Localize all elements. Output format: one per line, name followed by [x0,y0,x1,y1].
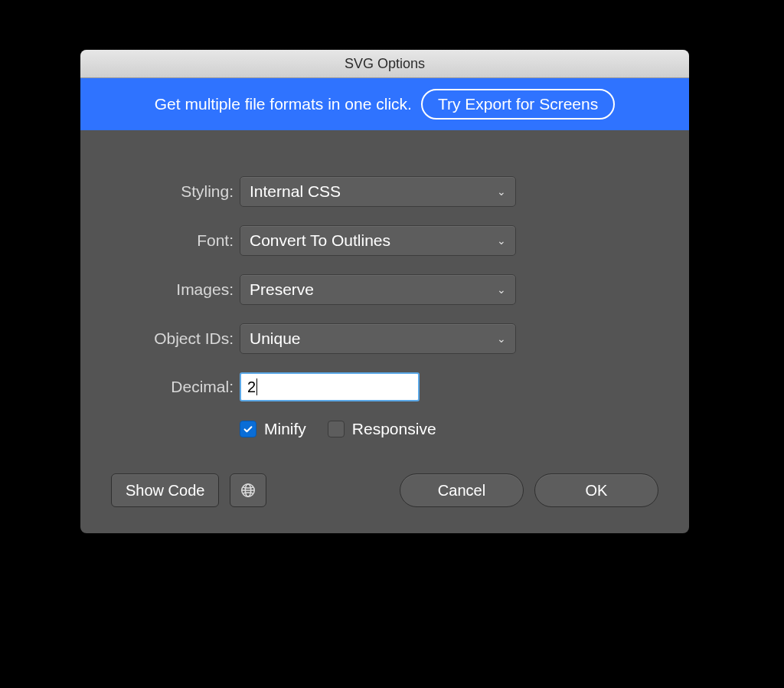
font-select[interactable]: Convert To Outlines ⌄ [240,225,516,256]
text-caret [256,378,257,395]
styling-select[interactable]: Internal CSS ⌄ [240,176,516,207]
font-select-value: Convert To Outlines [250,231,390,250]
try-export-for-screens-button[interactable]: Try Export for Screens [421,89,615,120]
promo-banner-text: Get multiple file formats in one click. [155,95,412,113]
minify-label: Minify [264,420,306,438]
show-code-button[interactable]: Show Code [111,473,219,507]
styling-label: Styling: [111,182,240,201]
web-preview-button[interactable] [230,473,266,507]
images-select-value: Preserve [250,280,314,299]
dialog-footer: Show Code Cancel OK [111,473,658,507]
images-label: Images: [111,280,240,299]
svg-options-window: SVG Options Get multiple file formats in… [80,50,689,533]
font-label: Font: [111,231,240,250]
chevron-down-icon: ⌄ [497,333,506,345]
chevron-down-icon: ⌄ [497,234,506,247]
decimal-input-value: 2 [247,378,256,396]
globe-icon [240,482,256,499]
ok-button[interactable]: OK [534,473,658,507]
decimal-label: Decimal: [111,378,240,396]
chevron-down-icon: ⌄ [497,185,506,198]
window-titlebar: SVG Options [80,50,689,78]
dialog-body: Styling: Internal CSS ⌄ Font: Convert To… [80,130,689,533]
responsive-label: Responsive [352,420,436,438]
window-title: SVG Options [345,56,425,72]
styling-select-value: Internal CSS [250,182,341,201]
object-ids-label: Object IDs: [111,329,240,348]
object-ids-select[interactable]: Unique ⌄ [240,323,516,354]
responsive-checkbox[interactable] [328,421,345,437]
object-ids-select-value: Unique [250,329,301,348]
images-select[interactable]: Preserve ⌄ [240,274,516,305]
promo-banner: Get multiple file formats in one click. … [80,78,689,130]
decimal-input[interactable]: 2 [240,372,420,401]
check-icon [243,424,253,434]
minify-checkbox[interactable] [240,421,256,437]
chevron-down-icon: ⌄ [497,283,506,296]
cancel-button[interactable]: Cancel [400,473,524,507]
